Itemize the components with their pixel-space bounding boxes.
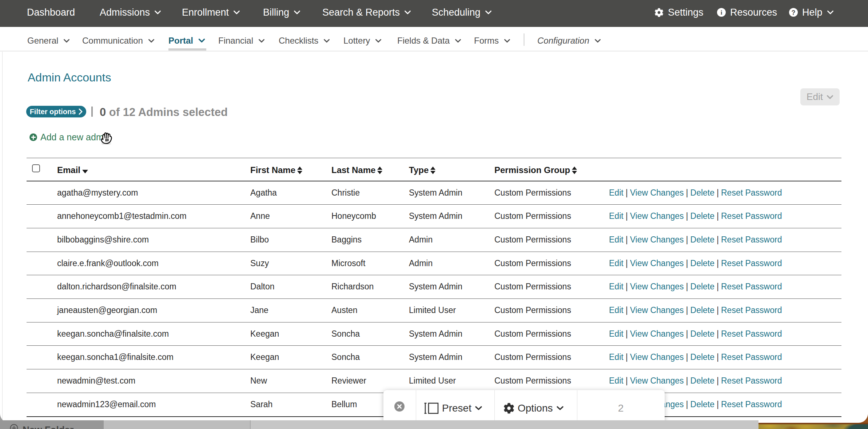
svg-text:?: ? <box>792 9 796 16</box>
svg-text:i: i <box>721 9 722 16</box>
